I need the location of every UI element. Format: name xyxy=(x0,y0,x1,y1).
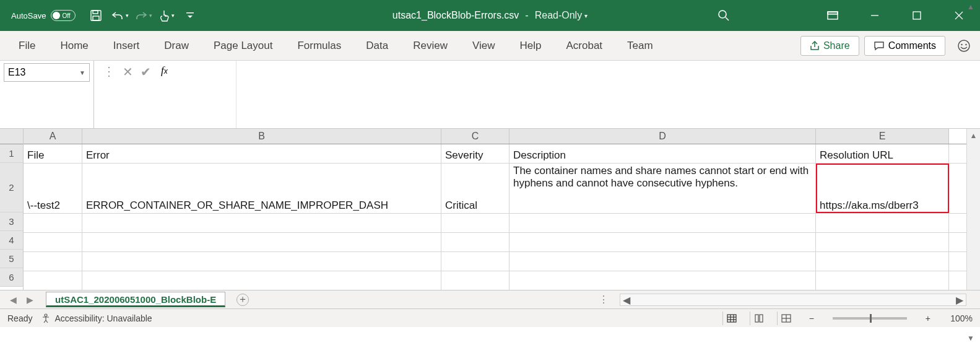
cell-c1[interactable]: Severity xyxy=(441,144,510,163)
cell[interactable] xyxy=(82,233,441,251)
zoom-in-button[interactable]: + xyxy=(921,313,935,323)
cell-e1[interactable]: Resolution URL xyxy=(816,144,949,163)
share-button[interactable]: Share xyxy=(800,36,859,56)
tab-split-handle[interactable]: ⋮ xyxy=(599,294,609,305)
zoom-slider[interactable] xyxy=(833,317,907,320)
sheet-nav-prev[interactable]: ◀ xyxy=(5,295,22,305)
svg-rect-2 xyxy=(93,16,99,20)
autosave-toggle[interactable]: AutoSave Off xyxy=(11,10,76,21)
scroll-up-icon[interactable]: ▲ xyxy=(963,2,979,11)
scroll-left-icon[interactable]: ◀ xyxy=(620,294,633,306)
tab-draw[interactable]: Draw xyxy=(152,31,201,60)
comments-button[interactable]: Comments xyxy=(864,36,945,56)
sheet-tab-active[interactable]: utSAC1_202006051000_BlockBlob-E xyxy=(46,292,225,307)
read-only-mode[interactable]: Read-Only ▾ xyxy=(535,10,588,21)
cell-b1[interactable]: Error xyxy=(82,144,441,163)
row-header-3[interactable]: 3 xyxy=(0,212,23,231)
cell[interactable] xyxy=(510,214,816,232)
minimize-button[interactable] xyxy=(854,0,896,31)
more-icon[interactable]: ⋮ xyxy=(103,64,115,78)
col-header-b[interactable]: B xyxy=(82,129,441,144)
accessibility-status[interactable]: Accessibility: Unavailable xyxy=(41,313,152,323)
cell[interactable] xyxy=(816,252,949,271)
cell[interactable] xyxy=(816,214,949,232)
enter-formula-button[interactable]: ✔ xyxy=(141,64,151,79)
tab-home[interactable]: Home xyxy=(48,31,100,60)
formula-input[interactable] xyxy=(236,61,980,128)
cell[interactable] xyxy=(441,271,510,290)
col-header-a[interactable]: A xyxy=(24,129,82,144)
row-header-1[interactable]: 1 xyxy=(0,144,23,163)
undo-button[interactable]: ▾ xyxy=(109,5,130,26)
cell-d2[interactable]: The container names and share names cann… xyxy=(510,164,816,213)
table-row xyxy=(24,214,980,233)
row-header-5[interactable]: 5 xyxy=(0,250,23,268)
scroll-up-icon[interactable]: ▲ xyxy=(970,131,978,140)
col-header-e[interactable]: E xyxy=(816,129,949,144)
scroll-right-icon[interactable]: ▶ xyxy=(953,294,966,306)
customize-qat-button[interactable] xyxy=(180,5,201,26)
cell-a2[interactable]: \--test2 xyxy=(24,164,82,213)
add-sheet-button[interactable]: ＋ xyxy=(236,294,249,306)
cell[interactable] xyxy=(82,252,441,271)
horizontal-scrollbar[interactable]: ◀ ▶ xyxy=(620,294,966,306)
cell[interactable] xyxy=(441,233,510,251)
cell[interactable] xyxy=(816,271,949,290)
zoom-out-button[interactable]: − xyxy=(804,313,819,323)
tab-file[interactable]: File xyxy=(6,31,48,60)
row-header-4[interactable]: 4 xyxy=(0,231,23,250)
cell-d1[interactable]: Description xyxy=(510,144,816,163)
svg-rect-1 xyxy=(93,11,98,14)
cell-c2[interactable]: Critical xyxy=(441,164,510,213)
save-button[interactable] xyxy=(85,5,106,26)
cell[interactable] xyxy=(82,214,441,232)
tab-help[interactable]: Help xyxy=(508,31,554,60)
cell[interactable] xyxy=(510,233,816,251)
tab-data[interactable]: Data xyxy=(353,31,401,60)
cell[interactable] xyxy=(24,271,82,290)
row-header-2[interactable]: 2 xyxy=(0,163,23,212)
redo-button[interactable]: ▾ xyxy=(132,5,154,26)
view-page-layout-button[interactable] xyxy=(750,312,768,325)
cell[interactable] xyxy=(816,233,949,251)
tab-formulas[interactable]: Formulas xyxy=(285,31,353,60)
cell-b2[interactable]: ERROR_CONTAINER_OR_SHARE_NAME_IMPROPER_D… xyxy=(82,164,441,213)
insert-function-button[interactable]: fx xyxy=(161,64,168,77)
vertical-scrollbar[interactable]: ▲ xyxy=(966,129,980,290)
row-header-6[interactable]: 6 xyxy=(0,268,23,287)
column-headers: A B C D E xyxy=(24,129,980,144)
tab-view[interactable]: View xyxy=(460,31,508,60)
view-normal-button[interactable] xyxy=(722,312,741,325)
chevron-down-icon[interactable]: ▼ xyxy=(79,69,85,76)
sheet-nav-next[interactable]: ▶ xyxy=(22,295,38,305)
cancel-formula-button[interactable]: ✕ xyxy=(123,64,133,79)
select-all-button[interactable] xyxy=(0,129,23,144)
tab-insert[interactable]: Insert xyxy=(101,31,152,60)
cell[interactable] xyxy=(510,252,816,271)
grid[interactable]: A B C D E File Error Severity Descriptio… xyxy=(24,129,980,290)
search-button[interactable] xyxy=(710,9,737,22)
tab-team[interactable]: Team xyxy=(615,31,666,60)
cell-e2-highlighted[interactable]: https://aka.ms/dberr3 xyxy=(816,164,949,213)
cell[interactable] xyxy=(82,271,441,290)
cell[interactable] xyxy=(510,271,816,290)
cell[interactable] xyxy=(24,233,82,251)
tab-acrobat[interactable]: Acrobat xyxy=(553,31,615,60)
touch-mode-button[interactable]: ▾ xyxy=(156,5,177,26)
cell[interactable] xyxy=(24,252,82,271)
name-box[interactable]: E13 ▼ xyxy=(4,63,90,82)
maximize-button[interactable] xyxy=(896,0,938,31)
cell[interactable] xyxy=(24,214,82,232)
cell[interactable] xyxy=(441,252,510,271)
col-header-d[interactable]: D xyxy=(510,129,816,144)
ribbon-display-options-button[interactable] xyxy=(812,0,854,31)
window-title: utsac1_BlockBlob-Errors.csv - Read-Only … xyxy=(392,10,588,21)
tab-review[interactable]: Review xyxy=(401,31,460,60)
cell[interactable] xyxy=(441,214,510,232)
view-page-break-button[interactable] xyxy=(777,312,796,325)
cell-a1[interactable]: File xyxy=(24,144,82,163)
tab-page-layout[interactable]: Page Layout xyxy=(201,31,285,60)
scroll-down-icon[interactable]: ▼ xyxy=(963,334,979,343)
autosave-switch[interactable]: Off xyxy=(51,10,76,21)
col-header-c[interactable]: C xyxy=(441,129,510,144)
